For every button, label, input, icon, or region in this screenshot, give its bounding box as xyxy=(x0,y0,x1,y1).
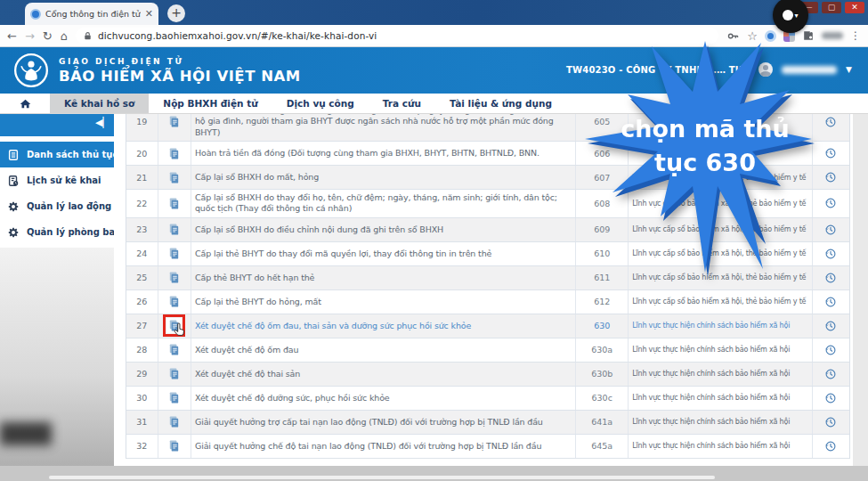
callout-line2: tục 630 xyxy=(654,149,756,176)
reload-icon[interactable]: ↻ xyxy=(43,29,53,43)
procedure-name: Hoàn trả tiền đã đóng (Đối tượng cùng th… xyxy=(191,142,576,165)
screenshot-root: Cổng thông tin điện tử - Bảo hi ✕ + — ▢ … xyxy=(0,0,868,481)
procedure-name: Cấp thẻ BHYT do hết hạn thẻ xyxy=(191,266,576,289)
declare-doc-button[interactable] xyxy=(166,146,182,161)
history-icon xyxy=(7,175,20,187)
procedure-name: Xét duyệt chế độ ốm đau, thai sản và dưỡ… xyxy=(191,314,576,338)
procedure-category: Lĩnh vực cấp sổ bảo hiểm xã hội, thẻ bảo… xyxy=(629,290,812,314)
callout-line1: chọn mã thủ xyxy=(621,115,790,143)
sidebar-collapse-icon[interactable]: ◀▏ xyxy=(95,117,110,128)
row-number: 21 xyxy=(126,166,158,189)
table-row[interactable]: 32 Giải quyết hưởng chế độ tai nạn lao đ… xyxy=(126,435,849,459)
history-clock-icon[interactable] xyxy=(824,296,837,308)
video-progress-bar[interactable] xyxy=(49,476,715,479)
bottom-bar xyxy=(0,466,868,481)
home-icon xyxy=(19,97,32,110)
declare-doc-button[interactable] xyxy=(166,270,182,285)
declare-doc-button[interactable] xyxy=(166,366,182,381)
browser-tab[interactable]: Cổng thông tin điện tử - Bảo hi ✕ xyxy=(25,3,158,25)
sidebar-item[interactable]: Lịch sử kê khai xyxy=(0,167,114,193)
forward-icon[interactable]: → xyxy=(25,29,35,43)
document-icon xyxy=(167,295,181,308)
row-number: 26 xyxy=(126,290,158,314)
declare-doc-button[interactable] xyxy=(166,170,182,185)
procedure-name: Xét duyệt chế độ dưỡng sức, phục hồi sức… xyxy=(191,387,576,410)
document-icon xyxy=(167,147,181,160)
procedure-category: Lĩnh vực thực hiện chính sách bảo hiểm x… xyxy=(629,363,812,386)
procedure-name: Xét duyệt chế độ ốm đau xyxy=(191,338,576,362)
procedure-name: Giải quyết hưởng trợ cấp tai nạn lao độn… xyxy=(191,411,576,434)
procedure-code: 630b xyxy=(576,363,629,386)
nav-tab-5[interactable]: Tài liệu & ứng dụng xyxy=(435,94,566,113)
declare-doc-button[interactable] xyxy=(166,342,182,357)
sidebar-item[interactable]: Quản lý phòng ban xyxy=(0,219,114,245)
history-clock-icon[interactable] xyxy=(824,416,837,428)
scrollbar-gutter[interactable] xyxy=(853,114,868,481)
document-icon xyxy=(167,415,181,428)
browser-tab-strip: Cổng thông tin điện tử - Bảo hi ✕ + — ▢ … xyxy=(0,0,868,25)
document-icon xyxy=(167,197,181,210)
declare-doc-button[interactable] xyxy=(166,390,182,405)
declare-doc-button[interactable] xyxy=(166,438,182,453)
extension-badge-icon[interactable] xyxy=(765,30,776,42)
profile-name-blurred xyxy=(822,32,843,39)
history-clock-icon[interactable] xyxy=(824,392,837,404)
row-number: 25 xyxy=(126,266,158,289)
tab-close-icon[interactable]: ✕ xyxy=(145,8,153,20)
procedure-name: Cấp lại sổ BHXH do thay đổi họ, tên, chữ… xyxy=(191,190,576,217)
browser-menu-icon[interactable]: ⋮ xyxy=(850,29,861,42)
nav-tab-1[interactable]: Kê khai hồ sơ xyxy=(50,94,149,113)
row-number: 24 xyxy=(126,242,158,265)
nav-tab-3[interactable]: Dịch vụ công xyxy=(272,94,369,113)
puzzle-extensions-icon[interactable] xyxy=(802,29,815,42)
declare-doc-button[interactable] xyxy=(166,294,182,309)
brand-line2: BẢO HIỂM XÃ HỘI VIỆT NAM xyxy=(59,68,301,85)
row-number: 30 xyxy=(126,387,158,410)
back-icon[interactable]: ← xyxy=(7,29,17,43)
table-row[interactable]: 30 Xét duyệt chế độ dưỡng sức, phục hồi … xyxy=(126,387,849,411)
home-icon-browser[interactable]: ⌂ xyxy=(61,29,68,43)
tab-title: Cổng thông tin điện tử - Bảo hi xyxy=(45,9,141,19)
declare-doc-button[interactable] xyxy=(166,196,182,211)
table-row[interactable]: 27 Xét duyệt chế độ ốm đau, thai sản và … xyxy=(126,314,849,338)
history-clock-icon[interactable] xyxy=(824,344,837,356)
nav-tab-4[interactable]: Tra cứu xyxy=(369,94,435,113)
document-icon xyxy=(167,223,181,236)
new-tab-button[interactable]: + xyxy=(167,4,185,22)
row-number: 27 xyxy=(126,314,158,338)
table-row[interactable]: 29 Xét duyệt chế độ thai sản 630b Lĩnh v… xyxy=(126,363,849,387)
sidebar-item[interactable]: Quản lý lao động xyxy=(0,193,114,219)
procedure-code: 641a xyxy=(576,411,629,434)
row-number: 22 xyxy=(126,190,158,217)
record-chevron-icon: ▾ xyxy=(794,12,798,20)
brand-line1: GIAO DỊCH ĐIỆN TỬ xyxy=(59,57,301,66)
row-number: 32 xyxy=(126,435,158,458)
window-close-button[interactable]: ✕ xyxy=(845,2,864,13)
history-clock-icon[interactable] xyxy=(824,440,837,452)
history-clock-icon[interactable] xyxy=(824,320,837,332)
procedure-category: Lĩnh vực thực hiện chính sách bảo hiểm x… xyxy=(629,435,812,458)
window-maximize-button[interactable]: ▢ xyxy=(822,2,841,13)
procedure-category: Lĩnh vực thực hiện chính sách bảo hiểm x… xyxy=(629,387,812,410)
row-number: 31 xyxy=(126,411,158,434)
document-icon xyxy=(167,171,181,184)
procedure-code: 645a xyxy=(576,435,629,458)
table-row[interactable]: 28 Xét duyệt chế độ ốm đau 630a Lĩnh vực… xyxy=(126,338,849,363)
sidebar-item[interactable]: Danh sách thủ tục xyxy=(0,142,114,167)
procedure-name: Cấp lại thẻ BHYT do hỏng, mất xyxy=(191,290,576,314)
nav-tab-2[interactable]: Nộp BHXH điện tử xyxy=(149,94,272,113)
document-icon xyxy=(167,439,181,452)
procedure-name: Xét duyệt chế độ thai sản xyxy=(191,363,576,386)
sidebar-filler xyxy=(0,248,114,481)
home-button[interactable] xyxy=(0,94,50,113)
hand-cursor-icon xyxy=(173,322,185,337)
table-row[interactable]: 26 Cấp lại thẻ BHYT do hỏng, mất 612 Lĩn… xyxy=(126,290,849,314)
declare-doc-button[interactable] xyxy=(166,246,182,261)
declare-doc-button[interactable] xyxy=(166,222,182,237)
row-number: 23 xyxy=(126,218,158,241)
declare-doc-button[interactable] xyxy=(166,414,182,429)
table-row[interactable]: 31 Giải quyết hưởng trợ cấp tai nạn lao … xyxy=(126,411,849,435)
declare-doc-button[interactable] xyxy=(166,114,182,129)
history-clock-icon[interactable] xyxy=(824,368,837,380)
procedure-code: 630 xyxy=(576,314,629,338)
